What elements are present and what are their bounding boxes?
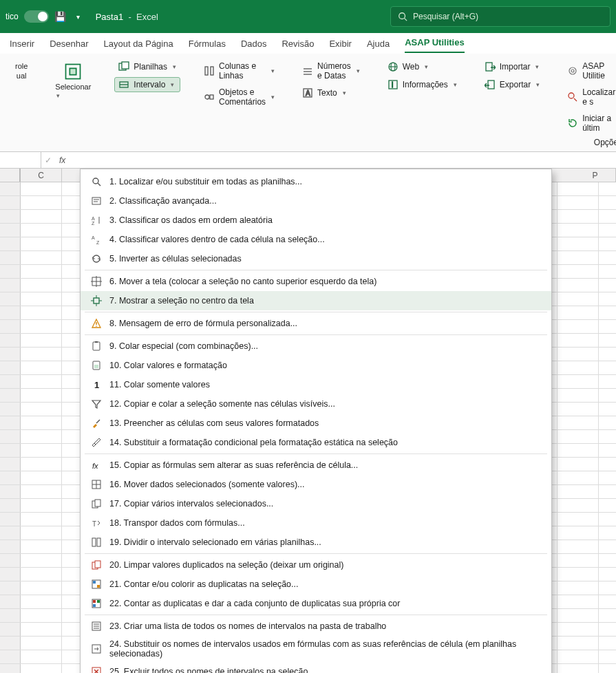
cell[interactable] [557,416,599,429]
row-header[interactable] [0,306,21,319]
cell[interactable] [557,237,599,250]
cell[interactable] [557,664,599,673]
cell[interactable] [21,430,62,443]
toggle-switch[interactable] [24,10,49,23]
row-header[interactable] [0,513,21,526]
row-header[interactable] [0,444,21,457]
cell[interactable] [557,444,599,457]
cell[interactable] [557,568,599,581]
cell[interactable] [557,210,599,223]
tab-asap-utilities[interactable]: ASAP Utilities [405,33,464,53]
row-header[interactable] [0,403,21,416]
row-header[interactable] [0,540,21,553]
row-header[interactable] [0,251,21,264]
cell[interactable] [557,348,599,361]
cell[interactable] [21,554,62,567]
exportar-button[interactable]: Exportar▾ [480,77,544,92]
cell[interactable] [557,389,599,402]
info-button[interactable]: i Informações▾ [383,77,461,92]
colunas-button[interactable]: Colunas e Linhas▾ [200,59,279,83]
cell[interactable] [21,389,62,402]
cell[interactable] [557,554,599,567]
col-header[interactable]: P [575,169,616,182]
cell[interactable] [21,471,62,484]
cell[interactable] [21,458,62,471]
cell[interactable] [557,375,599,388]
row-header[interactable] [0,348,21,361]
cell[interactable] [21,540,62,553]
menu-item[interactable]: 24. Substituir os nomes de intervalos us… [81,636,551,662]
cell[interactable] [557,279,599,292]
cell[interactable] [21,279,62,292]
row-header[interactable] [0,182,21,195]
save-icon[interactable]: 💾 [54,11,67,22]
fx-check-icon[interactable]: ✓ [41,156,55,165]
menu-item[interactable]: 21. Contar e/ou colorir as duplicatas na… [81,575,551,594]
row-header[interactable] [0,568,21,581]
cell[interactable] [21,623,62,636]
row-header[interactable] [0,375,21,388]
menu-item[interactable]: 111. Colar somente valores [81,375,551,394]
cell[interactable] [21,292,62,306]
row-header[interactable] [0,471,21,484]
cell[interactable] [21,513,62,526]
intervalo-menu[interactable]: 1. Localizar e/ou substituir em todas as… [80,169,552,673]
cell[interactable] [21,650,62,663]
selecionar-button[interactable]: Selecionar▾ [51,59,95,102]
cell[interactable] [557,182,599,195]
row-header[interactable] [0,430,21,443]
row-header[interactable] [0,526,21,540]
menu-item[interactable]: 22. Contar as duplicatas e dar a cada co… [81,594,551,613]
cell[interactable] [557,306,599,319]
menu-item[interactable]: 16. Mover dados selecionados (somente va… [81,475,551,494]
cell[interactable] [557,623,599,636]
quick-access-dropdown[interactable]: ▾ [72,13,85,21]
cell[interactable] [557,595,599,608]
menu-item[interactable]: 13. Preencher as células com seus valore… [81,414,551,433]
menu-item[interactable]: 7. Mostrar a seleção no centro da tela [81,291,551,310]
cell[interactable] [21,609,62,622]
row-header[interactable] [0,361,21,374]
menu-item[interactable]: 1. Localizar e/ou substituir em todas as… [81,172,551,191]
cell[interactable] [21,224,62,237]
menu-item[interactable]: 12. Copiar e colar a seleção somente nas… [81,394,551,414]
menu-item[interactable]: T18. Transpor dados com fórmulas... [81,513,551,533]
menu-item[interactable]: 17. Copiar vários intervalos selecionado… [81,494,551,513]
row-header[interactable] [0,650,21,663]
row-header[interactable] [0,485,21,498]
menu-item[interactable]: 23. Criar uma lista de todos os nomes de… [81,617,551,636]
cell[interactable] [557,361,599,374]
menu-item[interactable]: 10. Colar valores e formatação [81,356,551,375]
row-header[interactable] [0,224,21,237]
row-header[interactable] [0,664,21,673]
web-button[interactable]: Web▾ [383,59,461,74]
menu-item[interactable]: 6. Mover a tela (colocar a seleção no ca… [81,272,551,291]
row-header[interactable] [0,279,21,292]
cell[interactable] [21,210,62,223]
cell[interactable] [557,196,599,209]
fx-icon[interactable]: fx [55,156,70,165]
cell[interactable] [21,637,62,650]
cell[interactable] [557,526,599,540]
cell[interactable] [21,568,62,581]
cell[interactable] [557,251,599,264]
cell[interactable] [557,609,599,622]
cell[interactable] [21,526,62,540]
row-header[interactable] [0,320,21,333]
row-header[interactable] [0,637,21,650]
opcoes-label[interactable]: Opçõe [594,138,616,147]
menu-item[interactable]: 20. Limpar valores duplicados na seleção… [81,555,551,575]
cell[interactable] [21,237,62,250]
cell[interactable] [557,320,599,333]
cell[interactable] [21,595,62,608]
cell[interactable] [21,581,62,595]
cell[interactable] [21,664,62,673]
texto-button[interactable]: A Texto▾ [298,85,364,100]
tab-ajuda[interactable]: Ajuda [367,34,390,53]
objetos-button[interactable]: Objetos e Comentários▾ [200,85,279,109]
iniciar-button[interactable]: Iniciar a últim [563,111,616,135]
cell[interactable] [557,499,599,512]
cell[interactable] [21,306,62,319]
tab-desenhar[interactable]: Desenhar [50,34,88,53]
cell[interactable] [21,334,62,347]
